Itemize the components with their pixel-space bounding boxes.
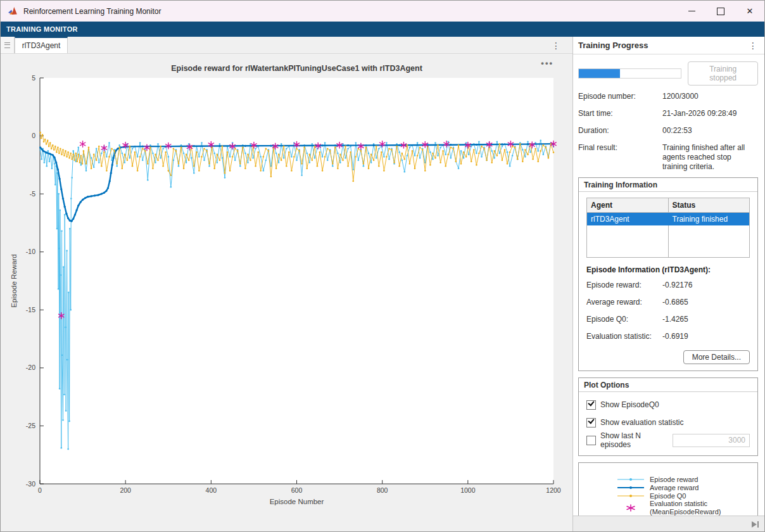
table-row-rltd3agent[interactable]: rlTD3Agent Training finished [587,213,750,226]
tab-label: rlTD3Agent [22,41,61,50]
training-progress-bar [578,68,681,79]
agents-table: Agent Status rlTD3Agent Training finishe… [586,198,750,258]
show-last-n-episodes-option[interactable]: Show last N episodes [586,431,750,449]
svg-text:0: 0 [38,486,42,494]
titlebar: Reinforcement Learning Training Monitor … [1,1,764,22]
panel-footer [573,516,764,532]
panel-body: Training stopped Episode number: 1200/30… [573,54,764,516]
chart-options-button[interactable]: ••• [541,60,553,66]
show-episodeq0-checkbox[interactable] [586,400,596,410]
svg-text:0: 0 [32,132,35,139]
agent-cell: rlTD3Agent [587,213,669,226]
panel-header: Training Progress ⋮ [573,37,764,54]
tab-actions-button[interactable]: ⋮ [550,37,562,54]
svg-text:-25: -25 [26,422,35,429]
show-evaluation-statistic-label: Show evaluation statistic [600,418,683,427]
training-information-title: Training Information [579,178,757,192]
show-evaluation-statistic-checkbox[interactable] [586,418,596,428]
legend-item-episode-q0: Episode Q0 [617,491,757,500]
document-region: rlTD3Agent ⋮ 02004006008001000120050-5-1… [1,37,572,532]
agent-column-header[interactable]: Agent [587,198,669,213]
episode-q0-row: Episode Q0: -1.4265 [586,315,750,324]
svg-text:-5: -5 [30,190,35,198]
average-reward-line-swatch [617,483,645,492]
status-cell: Training finished [668,213,750,226]
legend-item-evaluation-statistic: Evaluation statistic (MeanEpisodeReward) [617,500,757,516]
collapse-panel-button[interactable] [751,521,759,528]
progress-fill [579,69,620,78]
close-button[interactable]: ✕ [735,1,764,22]
start-time-value: 21-Jan-2026 09:28:49 [662,109,758,118]
episode-reward-line-swatch [617,475,645,484]
svg-text:-15: -15 [26,306,35,314]
svg-text:5: 5 [32,74,35,82]
toolstrip-tab-label[interactable]: TRAINING MONITOR [1,25,78,33]
duration-row: Duration: 00:22:53 [578,126,758,136]
svg-text:-20: -20 [26,364,35,371]
panel-title: Training Progress [578,41,747,50]
average-reward-row: Average reward: -0.6865 [586,298,750,307]
matlab-logo-icon [8,6,18,16]
last-n-episodes-input[interactable] [673,434,750,447]
svg-text:Episode Number: Episode Number [270,498,324,505]
training-progress-panel: Training Progress ⋮ Training stopped Epi… [572,37,764,532]
chart-legend: Episode reward Average reward Episode Q0… [578,462,758,516]
svg-text:200: 200 [120,486,131,494]
document-bar-button[interactable] [1,37,15,53]
svg-text:Episode Reward: Episode Reward [10,254,18,307]
episode-q0-line-swatch [617,491,645,500]
episode-number-value: 1200/3000 [662,92,758,101]
tab-rltd3agent[interactable]: rlTD3Agent [15,37,68,53]
plot-options-group: Plot Options Show EpisodeQ0 Show evaluat… [578,377,758,456]
reward-chart[interactable]: 02004006008001000120050-5-10-15-20-25-30… [1,54,572,532]
training-stopped-button[interactable]: Training stopped [688,61,758,86]
show-last-n-episodes-checkbox[interactable] [586,436,596,445]
minimize-icon [688,11,695,11]
svg-text:800: 800 [377,486,388,494]
more-details-button[interactable]: More Details... [683,350,750,364]
svg-text:Episode reward for rlWatertank: Episode reward for rlWatertankPITuningUs… [171,64,422,73]
plot-options-title: Plot Options [579,378,757,392]
legend-item-average-reward: Average reward [617,483,757,491]
skip-end-icon [751,521,759,528]
svg-text:1200: 1200 [546,486,561,494]
show-episodeq0-label: Show EpisodeQ0 [600,400,659,409]
episode-number-row: Episode number: 1200/3000 [578,92,758,101]
start-time-row: Start time: 21-Jan-2026 09:28:49 [578,109,758,118]
svg-text:-10: -10 [26,248,35,255]
panel-actions-button[interactable]: ⋮ [747,41,759,50]
svg-text:600: 600 [291,486,303,494]
show-evaluation-statistic-option[interactable]: Show evaluation statistic [586,414,750,431]
window-title: Reinforcement Learning Training Monitor [23,7,677,16]
evaluation-statistic-value: -0.6919 [662,332,688,341]
app-window: Reinforcement Learning Training Monitor … [0,0,765,532]
episode-reward-value: -0.92176 [662,281,692,289]
episode-reward-row: Episode reward: -0.92176 [586,281,750,289]
average-reward-value: -0.6865 [662,298,688,307]
svg-text:1000: 1000 [460,486,476,494]
show-episodeq0-option[interactable]: Show EpisodeQ0 [586,396,750,414]
maximize-icon [717,8,724,15]
final-result-row: Final result: Training finished after al… [578,143,758,172]
show-last-n-episodes-label: Show last N episodes [600,431,673,449]
minimize-button[interactable] [677,1,706,22]
document-list-icon [4,42,10,48]
toolstrip: TRAINING MONITOR [1,22,764,37]
final-result-value: Training finished after all agents reach… [662,143,758,172]
episode-information-heading: Episode Information (rlTD3Agent): [586,265,750,274]
episode-q0-value: -1.4265 [662,315,688,324]
document-tabbar: rlTD3Agent ⋮ [1,37,572,54]
close-icon: ✕ [747,7,754,15]
vertical-ellipsis-icon: ⋮ [550,41,562,50]
chart-area: 02004006008001000120050-5-10-15-20-25-30… [1,54,572,532]
evaluation-statistic-marker [617,504,645,512]
svg-text:400: 400 [206,486,217,494]
svg-text:-30: -30 [26,480,35,488]
evaluation-statistic-row: Evaluation statistic: -0.6919 [586,332,750,341]
training-information-group: Training Information Agent Status rlTD3A… [578,177,758,371]
status-column-header[interactable]: Status [668,198,750,213]
duration-value: 00:22:53 [662,126,758,136]
maximize-button[interactable] [706,1,735,22]
legend-item-episode-reward: Episode reward [617,475,757,483]
